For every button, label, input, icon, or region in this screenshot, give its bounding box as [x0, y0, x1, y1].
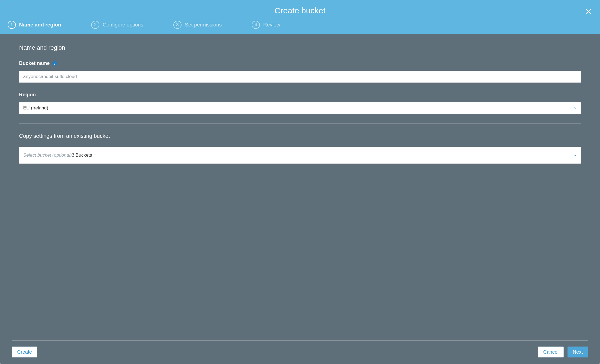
step-label: Review	[263, 22, 280, 28]
step-configure-options[interactable]: 2 Configure options	[91, 21, 143, 29]
step-label: Configure options	[103, 22, 143, 28]
next-button[interactable]: Next	[568, 347, 588, 357]
dialog-body: Name and region Bucket name i Region EU …	[0, 34, 600, 341]
wizard-steps: 1 Name and region 2 Configure options 3 …	[0, 18, 600, 34]
create-bucket-dialog: Create bucket 1 Name and region 2 Config…	[0, 0, 600, 364]
divider	[19, 123, 581, 124]
step-review[interactable]: 4 Review	[252, 21, 280, 29]
copy-settings-bucket-count: 3 Buckets	[72, 153, 92, 158]
cancel-button[interactable]: Cancel	[538, 347, 564, 357]
copy-settings-block: Copy settings from an existing bucket Se…	[19, 133, 581, 164]
dialog-header: Create bucket 1 Name and region 2 Config…	[0, 0, 600, 34]
step-label: Name and region	[19, 22, 61, 28]
step-name-and-region[interactable]: 1 Name and region	[8, 21, 61, 29]
step-number: 1	[8, 21, 16, 29]
copy-settings-select[interactable]: Select bucket (optional)3 Buckets	[19, 147, 581, 164]
region-select[interactable]: EU (Ireland)	[19, 102, 581, 114]
step-set-permissions[interactable]: 3 Set permissions	[173, 21, 222, 29]
step-label: Set permissions	[185, 22, 222, 28]
bucket-name-input[interactable]	[19, 71, 581, 83]
bucket-name-block: Bucket name i	[19, 61, 581, 83]
region-value: EU (Ireland)	[23, 105, 48, 111]
dialog-title: Create bucket	[275, 6, 326, 15]
step-number: 3	[173, 21, 182, 29]
copy-settings-label: Copy settings from an existing bucket	[19, 133, 581, 139]
region-block: Region EU (Ireland)	[19, 92, 581, 114]
step-number: 2	[91, 21, 99, 29]
create-button[interactable]: Create	[12, 347, 37, 357]
dialog-footer: Create Cancel Next	[12, 341, 588, 364]
step-number: 4	[252, 21, 260, 29]
info-icon[interactable]: i	[52, 61, 57, 66]
section-title: Name and region	[19, 44, 581, 51]
copy-settings-placeholder: Select bucket (optional)	[23, 153, 72, 158]
region-label: Region	[19, 92, 36, 98]
close-icon[interactable]	[585, 8, 592, 15]
bucket-name-label: Bucket name	[19, 61, 50, 66]
